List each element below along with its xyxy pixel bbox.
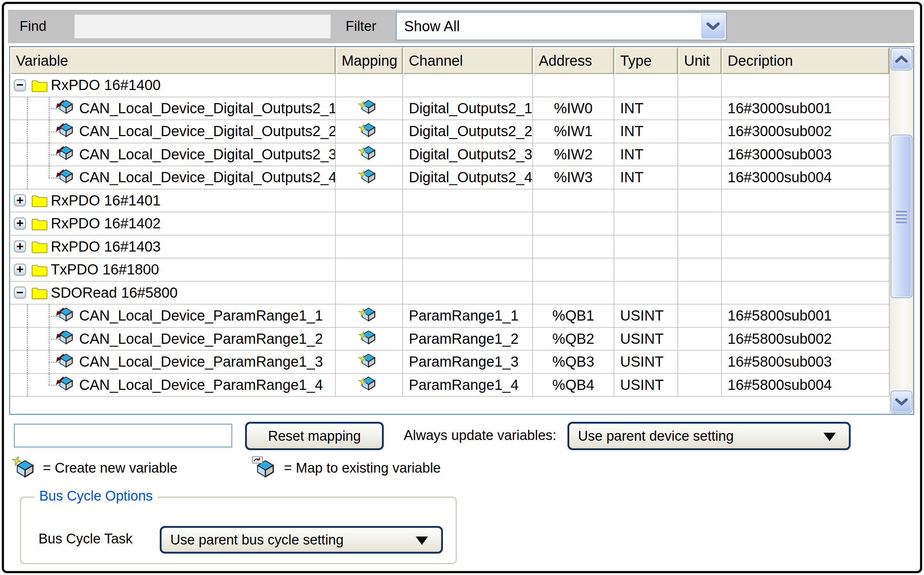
yellow-folder-icon bbox=[31, 240, 48, 253]
address-cell: %QB2 bbox=[533, 328, 614, 351]
variable-cell: −RxPDO 16#1400 bbox=[10, 74, 336, 97]
column-header-variable[interactable]: Variable bbox=[10, 47, 336, 74]
channel-cell-value: ParamRange1_2 bbox=[409, 331, 518, 347]
description-cell bbox=[722, 189, 889, 213]
tree-guide-line bbox=[27, 97, 28, 120]
address-cell bbox=[533, 236, 614, 259]
description-cell-value: 16#5800sub003 bbox=[727, 354, 832, 370]
tree-group-row[interactable]: −SDORead 16#5800 bbox=[10, 282, 889, 305]
channel-cell bbox=[403, 74, 533, 97]
mapping-cell[interactable] bbox=[336, 305, 403, 328]
tree-guide-line bbox=[49, 374, 50, 385]
tree-variable-row[interactable]: CAN_Local_Device_ParamRange1_4ParamRange… bbox=[10, 374, 889, 397]
expand-button[interactable]: + bbox=[14, 240, 26, 253]
collapse-button[interactable]: − bbox=[14, 79, 26, 92]
tree-variable-row[interactable]: CAN_Local_Device_ParamRange1_3ParamRange… bbox=[10, 351, 889, 374]
column-header-type[interactable]: Type bbox=[614, 47, 678, 74]
variable-cell: CAN_Local_Device_Digital_Outputs2_2 bbox=[10, 120, 336, 143]
blue-cube-with-sparkle-icon bbox=[361, 146, 377, 163]
tree-variable-row[interactable]: CAN_Local_Device_Digital_Outputs2_3Digit… bbox=[10, 143, 889, 167]
mapping-name-input[interactable] bbox=[14, 424, 232, 448]
table-body: −RxPDO 16#1400CAN_Local_Device_Digital_O… bbox=[10, 74, 889, 397]
mapping-cell bbox=[336, 189, 403, 213]
tree-variable-row[interactable]: CAN_Local_Device_Digital_Outputs2_1Digit… bbox=[10, 97, 889, 121]
unit-cell bbox=[678, 74, 722, 97]
variable-label: CAN_Local_Device_ParamRange1_4 bbox=[79, 377, 323, 393]
tree-variable-row[interactable]: CAN_Local_Device_Digital_Outputs2_2Digit… bbox=[10, 120, 889, 143]
expand-button[interactable]: + bbox=[14, 194, 26, 206]
address-cell: %QB3 bbox=[533, 351, 614, 374]
type-cell-value: USINT bbox=[620, 377, 664, 393]
address-cell bbox=[533, 259, 614, 282]
tree-group-row[interactable]: +RxPDO 16#1403 bbox=[10, 236, 889, 259]
chevron-down-icon bbox=[895, 397, 908, 406]
group-label: RxPDO 16#1403 bbox=[51, 238, 160, 255]
mapping-cell[interactable] bbox=[336, 97, 403, 121]
address-cell-value: %QB4 bbox=[552, 377, 594, 393]
channel-cell: Digital_Outputs2_4 bbox=[403, 166, 533, 189]
expander-glyph: + bbox=[16, 241, 24, 251]
tree-group-row[interactable]: +RxPDO 16#1401 bbox=[10, 189, 889, 213]
reset-mapping-label: Reset mapping bbox=[268, 428, 361, 444]
expand-button[interactable]: + bbox=[14, 218, 26, 230]
always-update-select[interactable]: Use parent device setting bbox=[567, 422, 851, 450]
type-cell bbox=[614, 74, 678, 97]
tree-variable-row[interactable]: CAN_Local_Device_ParamRange1_1ParamRange… bbox=[10, 305, 889, 328]
tree-guide-line bbox=[27, 374, 28, 396]
column-header-mapping[interactable]: Mapping bbox=[336, 47, 403, 74]
variable-cell: +RxPDO 16#1403 bbox=[10, 236, 336, 259]
expand-button[interactable]: + bbox=[14, 264, 26, 276]
mapping-cell[interactable] bbox=[336, 351, 403, 374]
unit-cell bbox=[678, 259, 722, 282]
always-update-label: Always update variables: bbox=[404, 427, 556, 443]
channel-cell: ParamRange1_3 bbox=[403, 351, 533, 374]
column-header-unit[interactable]: Unit bbox=[678, 47, 722, 74]
description-cell-value: 16#3000sub003 bbox=[727, 146, 832, 163]
tree-group-row[interactable]: +TxPDO 16#1800 bbox=[10, 259, 889, 282]
tree-variable-row[interactable]: CAN_Local_Device_Digital_Outputs2_4Digit… bbox=[10, 166, 889, 189]
mapping-cell[interactable] bbox=[336, 374, 403, 397]
column-header-description[interactable]: Decription bbox=[722, 47, 889, 74]
reset-mapping-button[interactable]: Reset mapping bbox=[245, 422, 384, 450]
mapping-cell[interactable] bbox=[336, 143, 403, 167]
address-cell: %IW1 bbox=[533, 120, 614, 143]
blue-cube-with-sparkle-icon bbox=[361, 307, 377, 324]
variable-label: CAN_Local_Device_Digital_Outputs2_2 bbox=[79, 123, 336, 140]
blue-cube-with-red-arrow-icon bbox=[59, 307, 75, 324]
vertical-scrollbar[interactable] bbox=[889, 47, 913, 414]
find-input[interactable] bbox=[75, 14, 331, 38]
yellow-folder-icon bbox=[31, 286, 48, 300]
collapse-button[interactable]: − bbox=[14, 286, 26, 299]
type-cell-value: INT bbox=[620, 100, 643, 116]
tree-group-row[interactable]: +RxPDO 16#1402 bbox=[10, 212, 889, 236]
yellow-folder-icon bbox=[31, 217, 48, 230]
tree-variable-row[interactable]: CAN_Local_Device_ParamRange1_2ParamRange… bbox=[10, 328, 889, 351]
mapping-cell[interactable] bbox=[336, 328, 403, 351]
expander-glyph: + bbox=[16, 195, 24, 205]
description-cell: 16#5800sub004 bbox=[722, 374, 889, 397]
filter-select[interactable]: Show All bbox=[396, 12, 727, 41]
unit-cell bbox=[678, 305, 722, 328]
bus-cycle-task-select[interactable]: Use parent bus cycle setting bbox=[160, 526, 443, 554]
group-label: RxPDO 16#1402 bbox=[51, 215, 160, 232]
variable-label: CAN_Local_Device_ParamRange1_1 bbox=[79, 307, 323, 324]
type-cell-value: USINT bbox=[620, 331, 664, 347]
scrollbar-thumb[interactable] bbox=[891, 135, 912, 298]
blue-cube-with-sparkle-icon bbox=[361, 169, 377, 186]
scroll-up-button[interactable] bbox=[891, 48, 912, 70]
type-cell bbox=[614, 282, 678, 305]
mapping-cell bbox=[336, 74, 403, 97]
address-cell: %IW2 bbox=[533, 143, 614, 167]
tree-group-row[interactable]: −RxPDO 16#1400 bbox=[10, 74, 889, 97]
scrollbar-track[interactable] bbox=[890, 71, 913, 391]
mapping-cell[interactable] bbox=[336, 120, 403, 143]
filter-dropdown-button[interactable] bbox=[702, 14, 725, 38]
caret-down-icon bbox=[824, 433, 836, 441]
scroll-down-button[interactable] bbox=[891, 391, 912, 413]
unit-cell bbox=[678, 351, 722, 374]
column-header-address[interactable]: Address bbox=[533, 47, 614, 74]
channel-cell bbox=[403, 236, 533, 259]
expander-glyph: + bbox=[16, 218, 24, 228]
mapping-cell[interactable] bbox=[336, 166, 403, 189]
column-header-channel[interactable]: Channel bbox=[403, 47, 533, 74]
